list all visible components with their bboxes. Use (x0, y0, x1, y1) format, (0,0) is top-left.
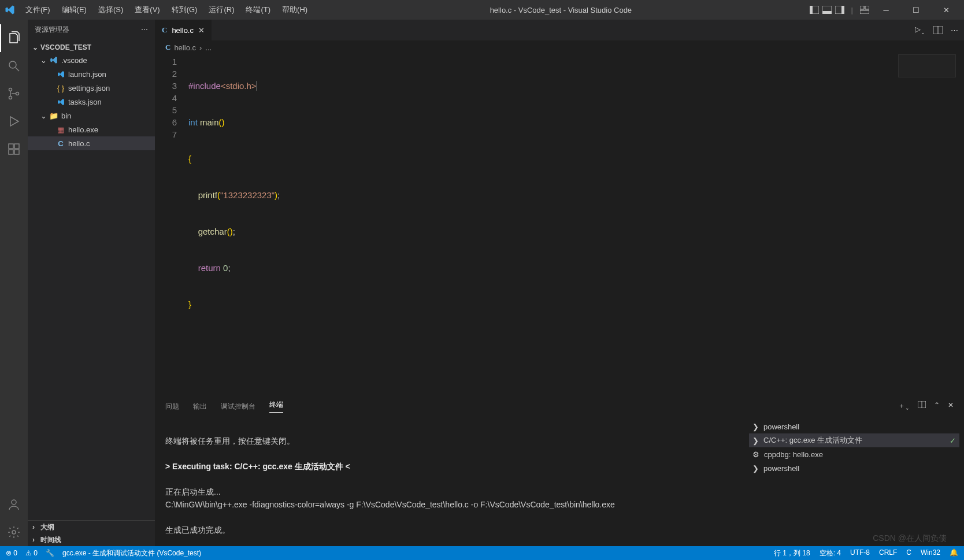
json-file-icon: { } (55, 84, 66, 92)
svg-rect-16 (14, 150, 19, 154)
svg-rect-1 (810, 6, 813, 14)
tab-hello-c[interactable]: C hello.c ✕ (155, 20, 212, 40)
sidebar: 资源管理器 ⋯ ⌄ VSCODE_TEST ⌄ .vscode (28, 20, 155, 546)
menu-run[interactable]: 运行(R) (204, 2, 239, 17)
close-panel-icon[interactable]: ✕ (948, 401, 954, 411)
status-debug-icon[interactable]: 🔧 (46, 549, 54, 557)
status-lang[interactable]: C (906, 548, 911, 558)
check-icon: ✓ (950, 436, 956, 445)
folder-bin[interactable]: ⌄ 📁 bin (28, 109, 155, 123)
titlebar: 文件(F) 编辑(E) 选择(S) 查看(V) 转到(G) 运行(R) 终端(T… (0, 0, 964, 20)
maximize-panel-icon[interactable]: ⌃ (934, 401, 940, 411)
editor-more-icon[interactable]: ⋯ (951, 26, 958, 35)
svg-rect-8 (860, 10, 869, 14)
panel-tab-terminal[interactable]: 终端 (269, 400, 283, 413)
layout-right-icon[interactable] (835, 5, 844, 14)
folder-vscode[interactable]: ⌄ .vscode (28, 53, 155, 67)
terminal-item-cppdbg[interactable]: ⚙cppdbg: hello.exe (749, 447, 959, 461)
file-hello-c[interactable]: C hello.c (28, 136, 155, 150)
menu-help[interactable]: 帮助(H) (277, 2, 312, 17)
run-debug-icon[interactable] (0, 107, 28, 135)
close-tab-icon[interactable]: ✕ (198, 26, 205, 35)
shell-icon: ❯ (752, 422, 759, 431)
file-hello-exe[interactable]: ▦ hello.exe (28, 123, 155, 136)
menu-terminal[interactable]: 终端(T) (241, 2, 275, 17)
panel-tabs: 问题 输出 调试控制台 终端 ＋⌄ ⌃ ✕ (155, 396, 964, 416)
maximize-button[interactable]: ☐ (903, 0, 929, 20)
terminal-item-gcc[interactable]: ❯C/C++: gcc.exe 生成活动文件✓ (749, 433, 959, 447)
svg-rect-5 (841, 6, 844, 14)
terminal-item-powershell2[interactable]: ❯powershell (749, 461, 959, 475)
menu-go[interactable]: 转到(G) (167, 2, 202, 17)
outline-section[interactable]: ›大纲 (28, 521, 155, 533)
menu-bar: 文件(F) 编辑(E) 选择(S) 查看(V) 转到(G) 运行(R) 终端(T… (21, 2, 312, 17)
vscode-file-icon (55, 98, 66, 106)
exe-file-icon: ▦ (55, 125, 66, 134)
svg-rect-6 (860, 6, 864, 9)
svg-point-18 (12, 500, 16, 505)
minimap[interactable] (898, 54, 956, 77)
minimize-button[interactable]: ─ (873, 0, 899, 20)
shell-icon: ❯ (752, 436, 759, 445)
svg-point-11 (9, 88, 12, 91)
layout-left-icon[interactable] (810, 5, 819, 14)
terminal-item-powershell[interactable]: ❯powershell (749, 420, 959, 433)
layout-bottom-icon[interactable] (822, 5, 832, 14)
status-encoding[interactable]: UTF-8 (850, 548, 870, 558)
folder-vscode-icon (49, 56, 59, 64)
file-settings-json[interactable]: { } settings.json (28, 81, 155, 95)
new-terminal-icon[interactable]: ＋⌄ (898, 401, 910, 411)
extensions-icon[interactable] (0, 135, 28, 163)
status-os[interactable]: Win32 (921, 548, 940, 558)
explorer-icon[interactable] (0, 24, 28, 52)
line-gutter: 1234567 (155, 54, 188, 396)
run-dropdown-icon[interactable]: ▷⌄ (915, 25, 925, 35)
layout-customize-icon[interactable] (860, 5, 869, 14)
svg-point-13 (16, 92, 19, 95)
panel-tab-debug[interactable]: 调试控制台 (221, 402, 255, 411)
status-indent[interactable]: 空格: 4 (820, 548, 841, 558)
editor-area: C hello.c ✕ ▷⌄ ⋯ C hello.c › ... 1234567… (155, 20, 964, 546)
split-terminal-icon[interactable] (918, 401, 926, 411)
close-button[interactable]: ✕ (933, 0, 959, 20)
debug-icon: ⚙ (752, 450, 759, 459)
project-root[interactable]: ⌄ VSCODE_TEST (28, 42, 155, 53)
window-title: hello.c - VsCode_test - Visual Studio Co… (312, 6, 809, 14)
panel: 问题 输出 调试控制台 终端 ＋⌄ ⌃ ✕ 终端将被任务重用，按任意键关闭。 >… (155, 396, 964, 546)
search-icon[interactable] (0, 52, 28, 80)
svg-rect-15 (9, 150, 13, 154)
status-task[interactable]: gcc.exe - 生成和调试活动文件 (VsCode_test) (62, 548, 201, 558)
svg-point-12 (9, 97, 12, 99)
folder-bin-icon: 📁 (49, 112, 59, 120)
menu-edit[interactable]: 编辑(E) (57, 2, 91, 17)
status-cursor[interactable]: 行 1，列 18 (774, 548, 810, 558)
panel-tab-problems[interactable]: 问题 (165, 402, 179, 411)
timeline-section[interactable]: ›时间线 (28, 533, 155, 546)
settings-gear-icon[interactable] (0, 518, 28, 546)
breadcrumb[interactable]: C hello.c › ... (155, 40, 964, 54)
split-editor-icon[interactable] (933, 26, 943, 34)
menu-file[interactable]: 文件(F) (21, 2, 55, 17)
status-errors[interactable]: ⊗ 0 (6, 549, 17, 557)
account-icon[interactable] (0, 491, 28, 518)
sidebar-header: 资源管理器 ⋯ (28, 20, 155, 39)
svg-rect-14 (9, 144, 13, 149)
menu-view[interactable]: 查看(V) (130, 2, 164, 17)
shell-icon: ❯ (752, 464, 759, 473)
chevron-down-icon: ⌄ (32, 43, 40, 51)
status-warnings[interactable]: ⚠ 0 (25, 549, 38, 557)
terminal-output[interactable]: 终端将被任务重用，按任意键关闭。 > Executing task: C/C++… (155, 416, 744, 546)
code-editor[interactable]: 1234567 #include<stdio.h> int main() { p… (155, 54, 964, 396)
panel-tab-output[interactable]: 输出 (193, 402, 207, 411)
menu-selection[interactable]: 选择(S) (94, 2, 128, 17)
activity-bar (0, 20, 28, 546)
status-eol[interactable]: CRLF (879, 548, 897, 558)
code-content[interactable]: #include<stdio.h> int main() { printf("1… (188, 54, 964, 396)
file-tasks-json[interactable]: tasks.json (28, 95, 155, 109)
sidebar-more-icon[interactable]: ⋯ (141, 25, 148, 34)
file-launch-json[interactable]: launch.json (28, 67, 155, 81)
source-control-icon[interactable] (0, 80, 28, 107)
svg-rect-17 (14, 144, 19, 149)
vscode-file-icon (55, 71, 66, 78)
status-notification-icon[interactable]: 🔔 (950, 548, 958, 558)
